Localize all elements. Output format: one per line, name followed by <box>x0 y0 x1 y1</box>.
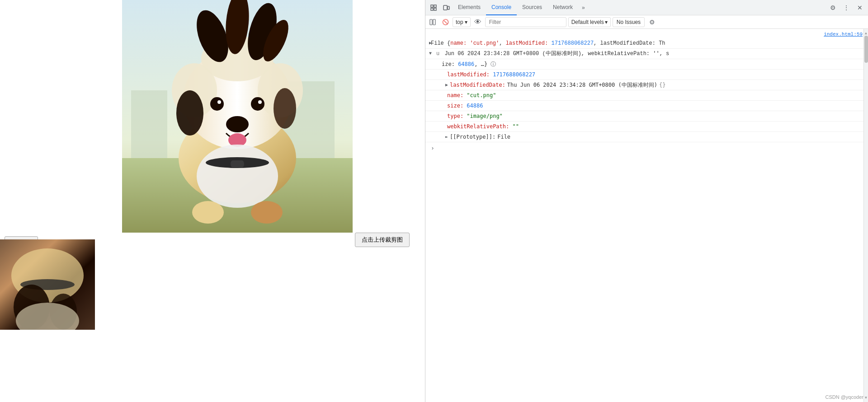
expand-arrow-2[interactable]: ▼ <box>429 50 432 57</box>
svg-rect-33 <box>434 5 436 7</box>
close-devtools-icon[interactable]: ✕ <box>854 1 866 14</box>
device-toolbar-icon[interactable] <box>440 1 453 14</box>
svg-point-21 <box>197 145 278 208</box>
filter-input[interactable] <box>485 17 566 27</box>
svg-point-25 <box>251 201 283 224</box>
page-content: 选择文件 img.jpg 点击上传裁剪图 <box>0 0 425 402</box>
console-name: name: "cut.png" <box>425 90 868 101</box>
console-output: index.html:59 ▶ File {name: 'cut.png', l… <box>425 29 868 402</box>
sidebar-toggle-icon[interactable] <box>427 17 438 28</box>
more-options-icon[interactable]: ⋮ <box>840 1 853 14</box>
csdn-watermark: CSDN @yqcoder <box>825 394 863 400</box>
svg-point-13 <box>176 90 203 136</box>
console-lastmodifieddate: ▶ lastModifiedDate: Thu Jun 06 2024 23:3… <box>425 80 868 90</box>
default-levels-button[interactable]: Default levels ▾ <box>568 17 611 27</box>
tab-console[interactable]: Console <box>486 0 517 15</box>
expand-proto-arrow[interactable]: ► <box>445 133 448 140</box>
console-webkit: webkitRelativePath: "" <box>425 122 868 132</box>
console-ize-line: ize: 64886, …} ⓘ <box>425 59 868 70</box>
console-file-line: ▶ File {name: 'cut.png', lastModified: 1… <box>425 38 868 49</box>
console-size: size: 64886 <box>425 101 868 111</box>
devtools-tabs-bar: Elements Console Sources Network » ⚙ ⋮ ✕ <box>425 0 868 15</box>
console-source-link[interactable]: index.html:59 <box>425 29 868 38</box>
no-issues-button[interactable]: No Issues <box>613 17 645 27</box>
svg-point-18 <box>258 100 262 104</box>
tabs-overflow-button[interactable]: » <box>578 0 589 15</box>
top-selector[interactable]: top ▾ <box>453 17 471 27</box>
console-type: type: "image/png" <box>425 111 868 122</box>
svg-rect-2 <box>131 90 167 158</box>
devtools-scrollbar[interactable]: ▲ ▼ <box>863 29 868 402</box>
console-lastmodified: lastModified: 1717688068227 <box>425 70 868 80</box>
console-prompt-line: › <box>425 142 868 155</box>
svg-point-14 <box>274 88 296 129</box>
tab-network[interactable]: Network <box>547 0 578 15</box>
console-prototype: ► [[Prototype]]: File <box>425 132 868 142</box>
svg-point-15 <box>210 97 224 111</box>
console-toolbar: 🚫 top ▾ 👁 Default levels ▾ No Issues ⚙ <box>425 15 868 29</box>
svg-point-19 <box>226 116 249 132</box>
devtools-right-icons: ⚙ ⋮ ✕ <box>826 1 866 14</box>
info-icon[interactable]: ⓘ <box>491 61 496 67</box>
upload-button[interactable]: 点击上传裁剪图 <box>355 233 410 247</box>
svg-rect-36 <box>443 5 447 10</box>
svg-rect-37 <box>448 6 449 9</box>
svg-point-16 <box>251 97 264 111</box>
main-dog-image <box>122 0 353 233</box>
thumbnail <box>0 239 95 330</box>
expand-arrow[interactable]: ▶ <box>429 40 432 47</box>
svg-rect-34 <box>431 8 433 10</box>
svg-point-17 <box>217 100 221 104</box>
svg-rect-32 <box>431 5 433 7</box>
settings-gear-icon[interactable]: ⚙ <box>826 1 839 14</box>
scrollbar-thumb[interactable] <box>864 36 868 63</box>
devtools-panel: Elements Console Sources Network » ⚙ ⋮ ✕… <box>425 0 868 402</box>
scroll-up-arrow[interactable]: ▲ <box>864 31 868 35</box>
expand-lmd-arrow[interactable]: ▶ <box>445 81 448 88</box>
console-u-line: ▼ u Jun 06 2024 23:34:28 GMT+0800 (中国标准时… <box>425 49 868 59</box>
inspect-element-icon[interactable] <box>427 1 440 14</box>
tab-sources[interactable]: Sources <box>517 0 547 15</box>
eye-icon[interactable]: 👁 <box>472 17 483 28</box>
svg-rect-35 <box>434 8 436 10</box>
prompt-chevron: › <box>431 144 434 153</box>
svg-rect-23 <box>231 160 244 168</box>
scroll-down-arrow[interactable]: ▼ <box>864 396 868 400</box>
console-settings-icon[interactable]: ⚙ <box>646 17 657 28</box>
svg-point-24 <box>192 201 224 224</box>
svg-rect-39 <box>433 19 435 25</box>
tab-elements[interactable]: Elements <box>453 0 486 15</box>
svg-rect-38 <box>430 19 432 25</box>
name-key: name: <box>450 40 470 47</box>
clear-console-icon[interactable]: 🚫 <box>440 17 451 28</box>
